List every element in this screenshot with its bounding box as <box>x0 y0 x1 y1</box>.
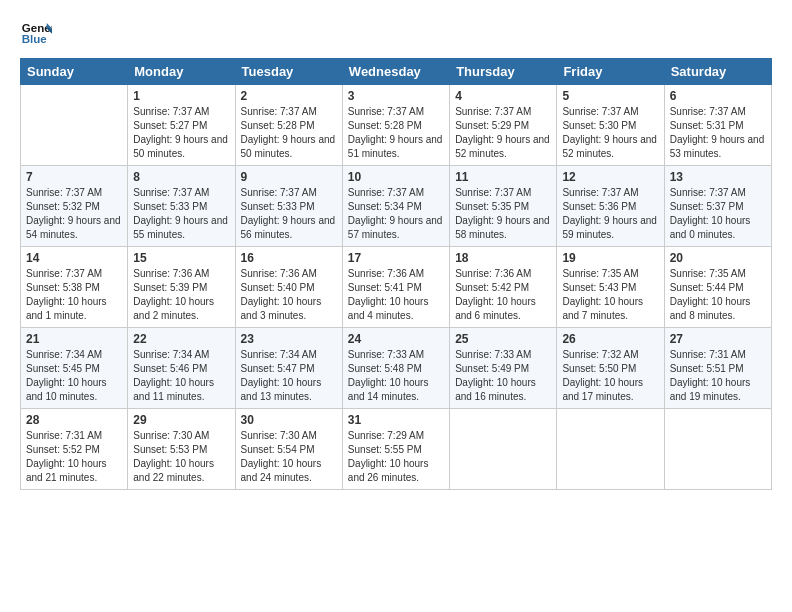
day-number: 11 <box>455 170 551 184</box>
daylight-text: Daylight: 10 hours and 6 minutes. <box>455 295 551 323</box>
cell-detail: Sunrise: 7:37 AMSunset: 5:34 PMDaylight:… <box>348 186 444 242</box>
daylight-text: Daylight: 10 hours and 13 minutes. <box>241 376 337 404</box>
sunset-text: Sunset: 5:46 PM <box>133 362 229 376</box>
cell-detail: Sunrise: 7:34 AMSunset: 5:45 PMDaylight:… <box>26 348 122 404</box>
cell-detail: Sunrise: 7:37 AMSunset: 5:35 PMDaylight:… <box>455 186 551 242</box>
calendar-cell: 24Sunrise: 7:33 AMSunset: 5:48 PMDayligh… <box>342 328 449 409</box>
sunrise-text: Sunrise: 7:35 AM <box>562 267 658 281</box>
day-number: 19 <box>562 251 658 265</box>
sunset-text: Sunset: 5:49 PM <box>455 362 551 376</box>
daylight-text: Daylight: 9 hours and 53 minutes. <box>670 133 766 161</box>
daylight-text: Daylight: 10 hours and 19 minutes. <box>670 376 766 404</box>
daylight-text: Daylight: 10 hours and 7 minutes. <box>562 295 658 323</box>
day-number: 31 <box>348 413 444 427</box>
day-number: 2 <box>241 89 337 103</box>
sunset-text: Sunset: 5:39 PM <box>133 281 229 295</box>
cell-detail: Sunrise: 7:33 AMSunset: 5:49 PMDaylight:… <box>455 348 551 404</box>
day-number: 18 <box>455 251 551 265</box>
daylight-text: Daylight: 9 hours and 57 minutes. <box>348 214 444 242</box>
cell-detail: Sunrise: 7:37 AMSunset: 5:33 PMDaylight:… <box>241 186 337 242</box>
cell-detail: Sunrise: 7:32 AMSunset: 5:50 PMDaylight:… <box>562 348 658 404</box>
daylight-text: Daylight: 9 hours and 52 minutes. <box>455 133 551 161</box>
day-number: 17 <box>348 251 444 265</box>
daylight-text: Daylight: 9 hours and 55 minutes. <box>133 214 229 242</box>
calendar-cell: 16Sunrise: 7:36 AMSunset: 5:40 PMDayligh… <box>235 247 342 328</box>
sunrise-text: Sunrise: 7:37 AM <box>670 105 766 119</box>
sunset-text: Sunset: 5:31 PM <box>670 119 766 133</box>
sunset-text: Sunset: 5:33 PM <box>241 200 337 214</box>
sunrise-text: Sunrise: 7:36 AM <box>455 267 551 281</box>
sunrise-text: Sunrise: 7:30 AM <box>133 429 229 443</box>
cell-detail: Sunrise: 7:30 AMSunset: 5:54 PMDaylight:… <box>241 429 337 485</box>
day-number: 28 <box>26 413 122 427</box>
daylight-text: Daylight: 10 hours and 16 minutes. <box>455 376 551 404</box>
sunrise-text: Sunrise: 7:31 AM <box>670 348 766 362</box>
calendar-cell: 7Sunrise: 7:37 AMSunset: 5:32 PMDaylight… <box>21 166 128 247</box>
sunrise-text: Sunrise: 7:37 AM <box>348 105 444 119</box>
daylight-text: Daylight: 9 hours and 59 minutes. <box>562 214 658 242</box>
day-number: 29 <box>133 413 229 427</box>
calendar-cell <box>557 409 664 490</box>
cell-detail: Sunrise: 7:37 AMSunset: 5:31 PMDaylight:… <box>670 105 766 161</box>
calendar-cell: 3Sunrise: 7:37 AMSunset: 5:28 PMDaylight… <box>342 85 449 166</box>
daylight-text: Daylight: 9 hours and 50 minutes. <box>133 133 229 161</box>
day-number: 22 <box>133 332 229 346</box>
sunset-text: Sunset: 5:28 PM <box>241 119 337 133</box>
day-number: 1 <box>133 89 229 103</box>
cell-detail: Sunrise: 7:37 AMSunset: 5:28 PMDaylight:… <box>348 105 444 161</box>
calendar-body: 1Sunrise: 7:37 AMSunset: 5:27 PMDaylight… <box>21 85 772 490</box>
sunrise-text: Sunrise: 7:34 AM <box>26 348 122 362</box>
header-sunday: Sunday <box>21 59 128 85</box>
day-number: 6 <box>670 89 766 103</box>
cell-detail: Sunrise: 7:36 AMSunset: 5:42 PMDaylight:… <box>455 267 551 323</box>
sunset-text: Sunset: 5:51 PM <box>670 362 766 376</box>
calendar-cell <box>21 85 128 166</box>
cell-detail: Sunrise: 7:37 AMSunset: 5:32 PMDaylight:… <box>26 186 122 242</box>
calendar-cell: 26Sunrise: 7:32 AMSunset: 5:50 PMDayligh… <box>557 328 664 409</box>
cell-detail: Sunrise: 7:36 AMSunset: 5:40 PMDaylight:… <box>241 267 337 323</box>
cell-detail: Sunrise: 7:33 AMSunset: 5:48 PMDaylight:… <box>348 348 444 404</box>
daylight-text: Daylight: 10 hours and 14 minutes. <box>348 376 444 404</box>
day-number: 8 <box>133 170 229 184</box>
sunset-text: Sunset: 5:42 PM <box>455 281 551 295</box>
daylight-text: Daylight: 10 hours and 11 minutes. <box>133 376 229 404</box>
cell-detail: Sunrise: 7:35 AMSunset: 5:44 PMDaylight:… <box>670 267 766 323</box>
calendar-cell: 6Sunrise: 7:37 AMSunset: 5:31 PMDaylight… <box>664 85 771 166</box>
daylight-text: Daylight: 10 hours and 10 minutes. <box>26 376 122 404</box>
sunrise-text: Sunrise: 7:34 AM <box>241 348 337 362</box>
calendar-cell: 27Sunrise: 7:31 AMSunset: 5:51 PMDayligh… <box>664 328 771 409</box>
sunset-text: Sunset: 5:48 PM <box>348 362 444 376</box>
sunset-text: Sunset: 5:36 PM <box>562 200 658 214</box>
day-number: 21 <box>26 332 122 346</box>
cell-detail: Sunrise: 7:37 AMSunset: 5:37 PMDaylight:… <box>670 186 766 242</box>
sunset-text: Sunset: 5:40 PM <box>241 281 337 295</box>
logo: General Blue <box>20 16 56 48</box>
sunrise-text: Sunrise: 7:36 AM <box>241 267 337 281</box>
daylight-text: Daylight: 10 hours and 0 minutes. <box>670 214 766 242</box>
sunset-text: Sunset: 5:34 PM <box>348 200 444 214</box>
calendar-cell <box>450 409 557 490</box>
sunrise-text: Sunrise: 7:37 AM <box>562 105 658 119</box>
calendar-cell: 30Sunrise: 7:30 AMSunset: 5:54 PMDayligh… <box>235 409 342 490</box>
daylight-text: Daylight: 9 hours and 54 minutes. <box>26 214 122 242</box>
sunset-text: Sunset: 5:43 PM <box>562 281 658 295</box>
sunset-text: Sunset: 5:32 PM <box>26 200 122 214</box>
calendar-cell: 17Sunrise: 7:36 AMSunset: 5:41 PMDayligh… <box>342 247 449 328</box>
calendar-cell: 20Sunrise: 7:35 AMSunset: 5:44 PMDayligh… <box>664 247 771 328</box>
calendar-cell: 2Sunrise: 7:37 AMSunset: 5:28 PMDaylight… <box>235 85 342 166</box>
calendar-cell: 21Sunrise: 7:34 AMSunset: 5:45 PMDayligh… <box>21 328 128 409</box>
sunset-text: Sunset: 5:29 PM <box>455 119 551 133</box>
daylight-text: Daylight: 9 hours and 52 minutes. <box>562 133 658 161</box>
day-number: 20 <box>670 251 766 265</box>
day-number: 30 <box>241 413 337 427</box>
sunrise-text: Sunrise: 7:29 AM <box>348 429 444 443</box>
calendar-page: General Blue SundayMondayTuesdayWednesda… <box>0 0 792 612</box>
cell-detail: Sunrise: 7:37 AMSunset: 5:36 PMDaylight:… <box>562 186 658 242</box>
day-number: 13 <box>670 170 766 184</box>
sunrise-text: Sunrise: 7:31 AM <box>26 429 122 443</box>
week-row-2: 7Sunrise: 7:37 AMSunset: 5:32 PMDaylight… <box>21 166 772 247</box>
calendar-table: SundayMondayTuesdayWednesdayThursdayFrid… <box>20 58 772 490</box>
sunset-text: Sunset: 5:55 PM <box>348 443 444 457</box>
cell-detail: Sunrise: 7:34 AMSunset: 5:47 PMDaylight:… <box>241 348 337 404</box>
header-monday: Monday <box>128 59 235 85</box>
